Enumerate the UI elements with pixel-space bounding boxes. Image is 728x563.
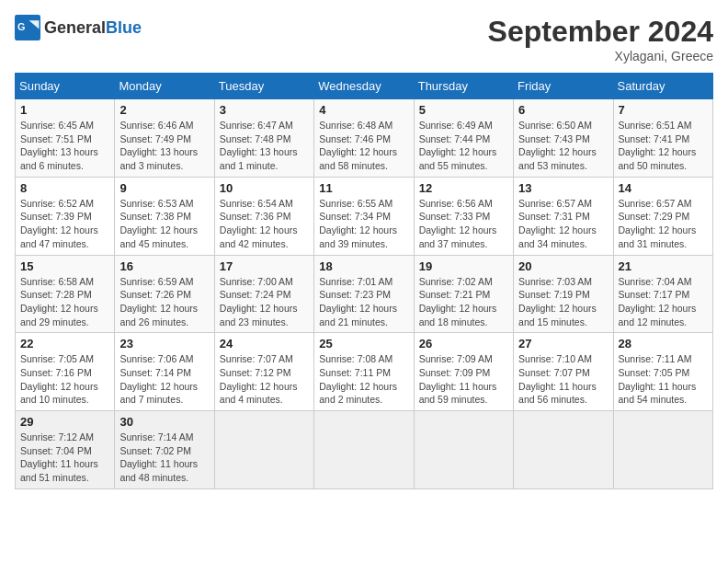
day-number: 6 — [518, 103, 608, 117]
day-number: 7 — [619, 103, 708, 117]
logo-icon: G — [15, 15, 40, 40]
logo-general: General — [44, 18, 106, 37]
day-number: 27 — [518, 337, 608, 350]
cell-info: Sunrise: 7:04 AMSunset: 7:17 PMDaylight:… — [619, 275, 708, 329]
logo: G GeneralBlue — [15, 15, 142, 40]
cell-info: Sunrise: 7:02 AMSunset: 7:21 PMDaylight:… — [419, 275, 508, 329]
table-row: 24Sunrise: 7:07 AMSunset: 7:12 PMDayligh… — [214, 333, 313, 411]
calendar-table: Sunday Monday Tuesday Wednesday Thursday… — [15, 73, 713, 489]
cell-info: Sunrise: 7:14 AMSunset: 7:02 PMDaylight:… — [119, 431, 209, 485]
cell-info: Sunrise: 6:54 AMSunset: 7:36 PMDaylight:… — [220, 197, 309, 251]
table-row: 23Sunrise: 7:06 AMSunset: 7:14 PMDayligh… — [115, 333, 214, 411]
day-number: 10 — [220, 181, 309, 195]
table-row: 28Sunrise: 7:11 AMSunset: 7:05 PMDayligh… — [613, 333, 712, 411]
calendar-week-row: 22Sunrise: 7:05 AMSunset: 7:16 PMDayligh… — [16, 333, 713, 411]
cell-info: Sunrise: 6:56 AMSunset: 7:33 PMDaylight:… — [419, 197, 508, 251]
calendar-week-row: 8Sunrise: 6:52 AMSunset: 7:39 PMDaylight… — [16, 177, 713, 255]
table-row: 26Sunrise: 7:09 AMSunset: 7:09 PMDayligh… — [414, 333, 513, 411]
cell-info: Sunrise: 7:00 AMSunset: 7:24 PMDaylight:… — [220, 275, 309, 329]
cell-info: Sunrise: 6:45 AMSunset: 7:51 PMDaylight:… — [20, 119, 109, 173]
day-number: 2 — [119, 103, 209, 117]
day-number: 14 — [619, 181, 708, 195]
calendar-week-row: 1Sunrise: 6:45 AMSunset: 7:51 PMDaylight… — [16, 99, 713, 178]
table-row: 15Sunrise: 6:58 AMSunset: 7:28 PMDayligh… — [16, 255, 115, 333]
col-tuesday: Tuesday — [214, 74, 313, 99]
table-row: 11Sunrise: 6:55 AMSunset: 7:34 PMDayligh… — [314, 177, 414, 255]
table-row: 17Sunrise: 7:00 AMSunset: 7:24 PMDayligh… — [214, 255, 313, 333]
day-number: 3 — [220, 103, 309, 117]
cell-info: Sunrise: 6:57 AMSunset: 7:31 PMDaylight:… — [518, 197, 608, 251]
page-header: G GeneralBlue September 2024 Xylagani, G… — [15, 15, 713, 63]
day-number: 18 — [319, 259, 408, 273]
day-number: 24 — [220, 337, 309, 350]
day-number: 21 — [619, 259, 708, 273]
day-number: 25 — [319, 337, 408, 350]
svg-text:G: G — [17, 21, 25, 32]
col-thursday: Thursday — [414, 74, 513, 99]
col-wednesday: Wednesday — [314, 74, 414, 99]
cell-info: Sunrise: 7:09 AMSunset: 7:09 PMDaylight:… — [419, 352, 508, 407]
table-row: 10Sunrise: 6:54 AMSunset: 7:36 PMDayligh… — [214, 177, 313, 255]
cell-info: Sunrise: 6:59 AMSunset: 7:26 PMDaylight:… — [119, 275, 209, 329]
table-row: 5Sunrise: 6:49 AMSunset: 7:44 PMDaylight… — [414, 99, 513, 178]
day-number: 19 — [419, 259, 508, 273]
cell-info: Sunrise: 7:07 AMSunset: 7:12 PMDaylight:… — [220, 352, 309, 407]
month-title: September 2024 — [488, 15, 713, 49]
cell-info: Sunrise: 7:01 AMSunset: 7:23 PMDaylight:… — [319, 275, 408, 329]
day-number: 9 — [119, 181, 209, 195]
day-number: 16 — [119, 259, 209, 273]
table-row: 8Sunrise: 6:52 AMSunset: 7:39 PMDaylight… — [16, 177, 115, 255]
table-row: 1Sunrise: 6:45 AMSunset: 7:51 PMDaylight… — [16, 99, 115, 178]
day-number: 22 — [20, 337, 109, 350]
cell-info: Sunrise: 6:57 AMSunset: 7:29 PMDaylight:… — [619, 197, 708, 251]
table-row: 14Sunrise: 6:57 AMSunset: 7:29 PMDayligh… — [613, 177, 712, 255]
col-saturday: Saturday — [613, 74, 712, 99]
cell-info: Sunrise: 7:03 AMSunset: 7:19 PMDaylight:… — [518, 275, 608, 329]
cell-info: Sunrise: 7:08 AMSunset: 7:11 PMDaylight:… — [319, 352, 408, 407]
table-row — [414, 411, 513, 489]
day-number: 11 — [319, 181, 408, 195]
col-sunday: Sunday — [16, 74, 115, 99]
location: Xylagani, Greece — [488, 49, 713, 63]
cell-info: Sunrise: 6:49 AMSunset: 7:44 PMDaylight:… — [419, 119, 508, 173]
table-row: 29Sunrise: 7:12 AMSunset: 7:04 PMDayligh… — [16, 411, 115, 489]
cell-info: Sunrise: 7:12 AMSunset: 7:04 PMDaylight:… — [20, 431, 109, 485]
cell-info: Sunrise: 6:50 AMSunset: 7:43 PMDaylight:… — [518, 119, 608, 173]
table-row: 27Sunrise: 7:10 AMSunset: 7:07 PMDayligh… — [514, 333, 613, 411]
day-number: 8 — [20, 181, 109, 195]
day-number: 5 — [419, 103, 508, 117]
col-monday: Monday — [115, 74, 214, 99]
table-row: 3Sunrise: 6:47 AMSunset: 7:48 PMDaylight… — [214, 99, 313, 178]
table-row: 19Sunrise: 7:02 AMSunset: 7:21 PMDayligh… — [414, 255, 513, 333]
day-number: 1 — [20, 103, 109, 117]
table-row — [214, 411, 313, 489]
calendar-header-row: Sunday Monday Tuesday Wednesday Thursday… — [16, 74, 713, 99]
table-row: 9Sunrise: 6:53 AMSunset: 7:38 PMDaylight… — [115, 177, 214, 255]
table-row: 12Sunrise: 6:56 AMSunset: 7:33 PMDayligh… — [414, 177, 513, 255]
cell-info: Sunrise: 7:06 AMSunset: 7:14 PMDaylight:… — [119, 352, 209, 407]
cell-info: Sunrise: 7:05 AMSunset: 7:16 PMDaylight:… — [20, 352, 109, 407]
table-row — [514, 411, 613, 489]
day-number: 17 — [220, 259, 309, 273]
col-friday: Friday — [514, 74, 613, 99]
table-row: 20Sunrise: 7:03 AMSunset: 7:19 PMDayligh… — [514, 255, 613, 333]
day-number: 15 — [20, 259, 109, 273]
day-number: 26 — [419, 337, 508, 350]
table-row: 30Sunrise: 7:14 AMSunset: 7:02 PMDayligh… — [115, 411, 214, 489]
table-row: 2Sunrise: 6:46 AMSunset: 7:49 PMDaylight… — [115, 99, 214, 178]
cell-info: Sunrise: 6:58 AMSunset: 7:28 PMDaylight:… — [20, 275, 109, 329]
calendar-week-row: 29Sunrise: 7:12 AMSunset: 7:04 PMDayligh… — [16, 411, 713, 489]
day-number: 20 — [518, 259, 608, 273]
day-number: 23 — [119, 337, 209, 350]
cell-info: Sunrise: 6:53 AMSunset: 7:38 PMDaylight:… — [119, 197, 209, 251]
cell-info: Sunrise: 7:11 AMSunset: 7:05 PMDaylight:… — [619, 352, 708, 407]
cell-info: Sunrise: 6:51 AMSunset: 7:41 PMDaylight:… — [619, 119, 708, 173]
cell-info: Sunrise: 6:55 AMSunset: 7:34 PMDaylight:… — [319, 197, 408, 251]
table-row: 7Sunrise: 6:51 AMSunset: 7:41 PMDaylight… — [613, 99, 712, 178]
table-row: 16Sunrise: 6:59 AMSunset: 7:26 PMDayligh… — [115, 255, 214, 333]
logo-blue: Blue — [106, 18, 142, 37]
day-number: 29 — [20, 415, 109, 429]
calendar-week-row: 15Sunrise: 6:58 AMSunset: 7:28 PMDayligh… — [16, 255, 713, 333]
cell-info: Sunrise: 6:46 AMSunset: 7:49 PMDaylight:… — [119, 119, 209, 173]
cell-info: Sunrise: 6:48 AMSunset: 7:46 PMDaylight:… — [319, 119, 408, 173]
